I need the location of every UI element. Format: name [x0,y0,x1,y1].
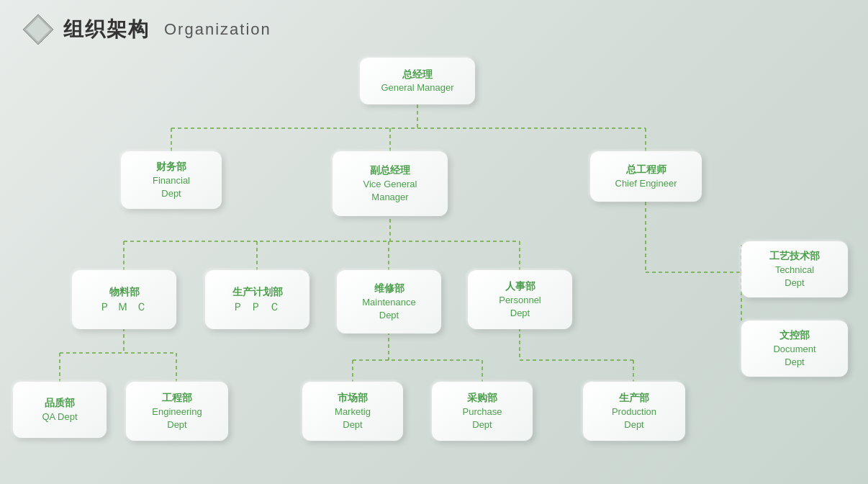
box-pmc: 物料部 Ｐ Ｍ Ｃ [72,270,176,329]
box-pmc-en: Ｐ Ｍ Ｃ [99,299,148,314]
page-title-en: Organization [164,20,271,39]
box-personnel-zh: 人事部 [505,279,535,294]
box-purchase-en: PurchaseDept [463,405,502,431]
box-document: 文控部 DocumentDept [741,321,848,377]
box-document-zh: 文控部 [779,328,810,343]
box-chief-engineer: 总工程师 Chief Engineer [590,151,702,202]
box-ppc: 生产计划部 Ｐ Ｐ Ｃ [205,270,309,329]
box-marketing: 市场部 MarketigDept [302,382,403,441]
box-chief-en: Chief Engineer [615,177,677,190]
box-purchase: 采购部 PurchaseDept [432,382,533,441]
box-technical-en: TechnicalDept [775,264,814,290]
box-chief-zh: 总工程师 [626,163,666,177]
diamond-icon [22,13,55,46]
box-technical-zh: 工艺技术部 [769,249,820,264]
box-marketing-en: MarketigDept [335,405,371,431]
box-gm-en: General Manager [381,81,453,94]
box-general-manager: 总经理 General Manager [360,58,475,104]
box-technical: 工艺技术部 TechnicalDept [741,241,848,297]
box-purchase-zh: 采购部 [467,391,497,405]
box-production-zh: 生产部 [619,391,649,405]
box-document-en: DocumentDept [773,343,815,369]
box-gm-zh: 总经理 [402,68,433,82]
box-pmc-zh: 物料部 [109,285,140,300]
box-vice-gm-en: Vice GeneralManager [363,178,417,204]
box-engineering: 工程部 EngineeringDept [126,382,228,441]
box-vice-gm-zh: 副总经理 [370,163,410,178]
box-qa-en: QA Dept [42,411,77,424]
box-vice-gm: 副总经理 Vice GeneralManager [333,151,448,216]
box-maintenance: 维修部 MaintenanceDept [337,270,441,333]
box-financial-en: FinancialDept [153,174,190,200]
svg-marker-1 [26,17,50,42]
box-financial: 财务部 FinancialDept [121,151,222,209]
box-maintenance-zh: 维修部 [374,282,404,296]
page-title-zh: 组织架构 [63,16,150,43]
box-ppc-en: Ｐ Ｐ Ｃ [232,299,281,314]
box-engineering-zh: 工程部 [162,391,192,405]
box-personnel: 人事部 PersonnelDept [468,270,572,329]
box-production: 生产部 ProductionDept [583,382,685,441]
box-production-en: ProductionDept [612,405,656,431]
box-marketing-zh: 市场部 [338,391,368,405]
box-financial-zh: 财务部 [156,160,186,174]
box-qa: 品质部 QA Dept [13,382,107,438]
box-engineering-en: EngineeringDept [152,405,202,431]
box-maintenance-en: MaintenanceDept [362,296,415,322]
box-qa-zh: 品质部 [45,396,75,411]
box-ppc-zh: 生产计划部 [232,285,283,300]
box-personnel-en: PersonnelDept [499,294,541,320]
org-chart: 总经理 General Manager 财务部 FinancialDept 副总… [0,50,868,484]
